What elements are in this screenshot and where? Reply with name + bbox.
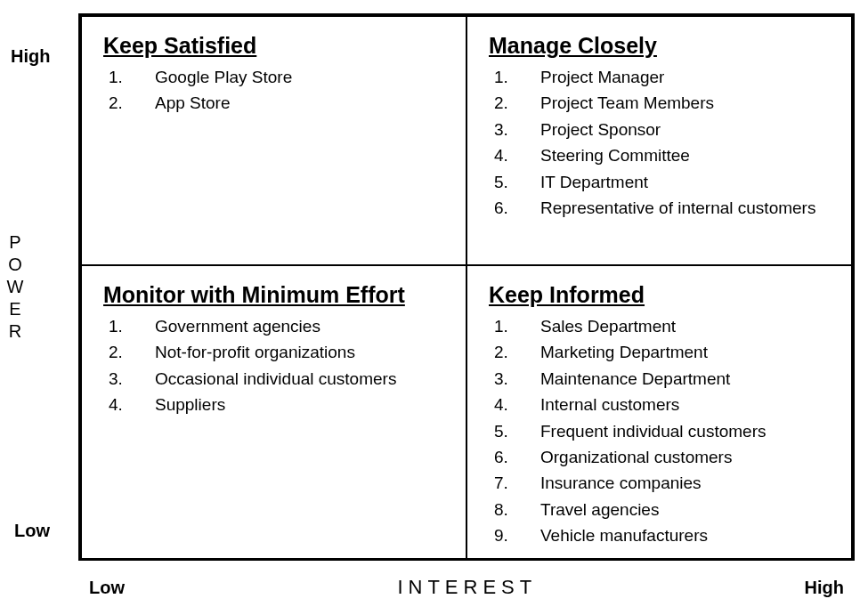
quadrant-monitor-minimum-effort: Monitor with Minimum Effort Government a…	[81, 265, 466, 559]
y-axis-letter: O	[0, 254, 32, 276]
quadrant-keep-informed: Keep Informed Sales DepartmentMarketing …	[466, 265, 852, 559]
quadrant-manage-closely: Manage Closely Project ManagerProject Te…	[466, 16, 852, 265]
list-item: Occasional individual customers	[107, 366, 448, 392]
quadrant-list: Sales DepartmentMarketing DepartmentMain…	[489, 313, 833, 549]
y-axis-letter: P	[0, 231, 32, 254]
quadrant-title: Keep Satisfied	[103, 33, 448, 59]
list-item: Maintenance Department	[492, 366, 833, 392]
list-item: Organizational customers	[492, 444, 833, 470]
list-item: Internal customers	[492, 392, 833, 417]
list-item: Frequent individual customers	[492, 418, 833, 444]
list-item: Sales Department	[492, 313, 833, 339]
quadrant-title: Monitor with Minimum Effort	[103, 282, 448, 308]
list-item: Vehicle manufacturers	[492, 522, 833, 548]
y-axis-title: P O W E R	[0, 231, 32, 343]
quadrant-title: Manage Closely	[489, 33, 833, 59]
list-item: IT Department	[492, 169, 833, 195]
list-item: Marketing Department	[492, 339, 833, 365]
quadrant-list: Project ManagerProject Team MembersProje…	[489, 64, 833, 222]
list-item: Suppliers	[107, 392, 448, 417]
y-axis-letter: W	[0, 276, 32, 298]
y-axis-low-label: Low	[14, 521, 50, 541]
y-axis-letter: E	[0, 298, 32, 320]
quadrant-list: Government agenciesNot-for-profit organi…	[103, 313, 448, 418]
list-item: Project Sponsor	[492, 117, 833, 142]
x-axis-high-label: High	[805, 578, 844, 598]
matrix-grid: Keep Satisfied Google Play StoreApp Stor…	[78, 13, 855, 561]
list-item: Project Manager	[492, 64, 833, 90]
quadrant-list: Google Play StoreApp Store	[103, 64, 448, 117]
x-axis-low-label: Low	[89, 578, 125, 598]
list-item: Government agencies	[107, 313, 448, 339]
list-item: App Store	[107, 90, 448, 116]
list-item: Steering Committee	[492, 142, 833, 168]
y-axis-letter: R	[0, 320, 32, 343]
x-axis-title: INTEREST	[392, 576, 537, 599]
quadrant-title: Keep Informed	[489, 282, 833, 308]
stakeholder-matrix-container: High Low P O W E R Keep Satisfied Google…	[0, 9, 868, 615]
list-item: Travel agencies	[492, 497, 833, 522]
list-item: Representative of internal customers	[492, 195, 833, 221]
quadrant-keep-satisfied: Keep Satisfied Google Play StoreApp Stor…	[81, 16, 466, 265]
y-axis-high-label: High	[11, 46, 50, 67]
list-item: Project Team Members	[492, 90, 833, 116]
list-item: Insurance companies	[492, 470, 833, 496]
list-item: Google Play Store	[107, 64, 448, 90]
list-item: Not-for-profit organizations	[107, 339, 448, 365]
x-axis-row: Low INTEREST High	[78, 571, 855, 603]
